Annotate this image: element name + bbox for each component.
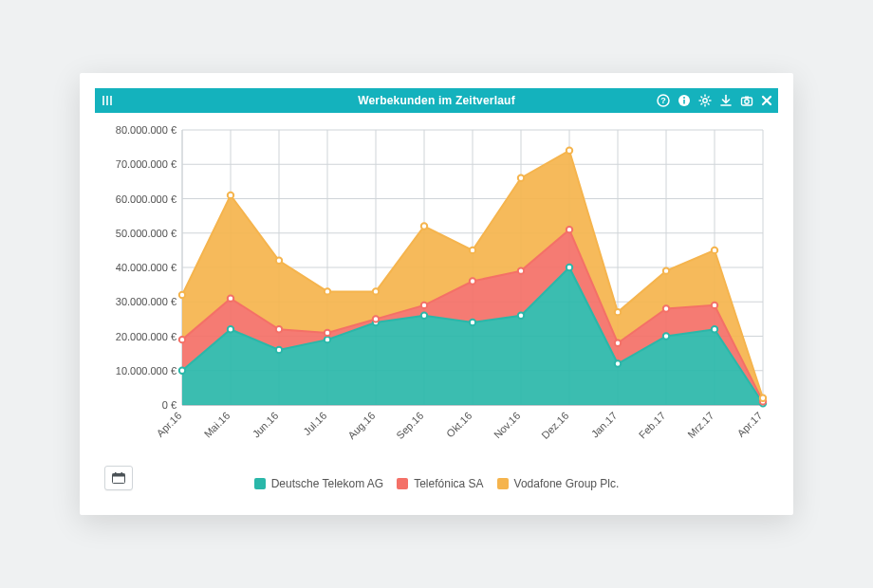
x-tick-label: Jul.16 xyxy=(301,410,328,437)
y-tick-label: 20.000.000 € xyxy=(116,331,176,342)
legend-swatch xyxy=(497,478,509,489)
download-icon[interactable] xyxy=(719,94,733,107)
svg-text:?: ? xyxy=(660,96,666,105)
legend-item[interactable]: Vodafone Group Plc. xyxy=(497,477,620,490)
svg-point-74 xyxy=(179,292,185,298)
chart-panel: Werbekunden im Zeitverlauf ? xyxy=(95,88,778,500)
svg-point-50 xyxy=(276,347,282,353)
settings-icon[interactable] xyxy=(698,94,712,107)
svg-point-57 xyxy=(615,360,621,366)
svg-point-55 xyxy=(518,313,524,319)
svg-point-63 xyxy=(276,326,282,332)
svg-line-16 xyxy=(708,97,710,99)
svg-point-82 xyxy=(567,148,572,154)
legend-item[interactable]: Deutsche Telekom AG xyxy=(254,477,384,490)
x-tick-label: Jan.17 xyxy=(589,410,620,440)
y-tick-label: 40.000.000 € xyxy=(116,262,176,273)
y-tick-label: 30.000.000 € xyxy=(116,296,176,307)
x-tick-label: Apr.17 xyxy=(734,410,764,439)
svg-point-86 xyxy=(760,395,766,401)
svg-point-77 xyxy=(325,288,330,294)
x-tick-label: Apr.16 xyxy=(154,410,183,439)
svg-point-58 xyxy=(663,333,669,339)
chart-legend: Deutsche Telekom AGTelefónica SAVodafone… xyxy=(95,473,778,500)
svg-point-68 xyxy=(518,267,524,273)
svg-point-59 xyxy=(712,326,717,332)
svg-line-14 xyxy=(708,103,710,105)
svg-point-20 xyxy=(745,100,749,103)
info-icon[interactable] xyxy=(678,94,691,107)
x-tick-label: Nov.16 xyxy=(492,410,523,441)
svg-point-69 xyxy=(567,227,572,232)
legend-label: Telefónica SA xyxy=(414,477,483,490)
svg-rect-90 xyxy=(121,472,123,475)
x-tick-label: Mrz.17 xyxy=(685,410,715,440)
svg-point-61 xyxy=(179,337,185,342)
menu-icon[interactable] xyxy=(101,94,114,107)
svg-point-83 xyxy=(615,309,621,315)
chart-body: 0 €10.000.000 €20.000.000 €30.000.000 €4… xyxy=(95,113,778,473)
x-tick-label: Mai.16 xyxy=(202,410,232,440)
y-tick-label: 60.000.000 € xyxy=(116,193,176,205)
y-tick-label: 10.000.000 € xyxy=(116,365,176,377)
area-chart: 0 €10.000.000 €20.000.000 €30.000.000 €4… xyxy=(101,120,772,462)
legend-swatch xyxy=(397,478,408,489)
panel-frame: Werbekunden im Zeitverlauf ? xyxy=(80,73,793,515)
legend-item[interactable]: Telefónica SA xyxy=(397,477,483,490)
svg-point-49 xyxy=(228,326,233,332)
calendar-icon xyxy=(112,472,125,484)
svg-point-78 xyxy=(373,288,379,294)
titlebar-left xyxy=(101,88,114,113)
svg-point-7 xyxy=(683,97,685,99)
svg-line-13 xyxy=(701,97,703,99)
help-icon[interactable]: ? xyxy=(657,94,670,107)
y-tick-label: 50.000.000 € xyxy=(116,228,176,239)
legend-label: Vodafone Group Plc. xyxy=(514,477,620,490)
svg-point-80 xyxy=(470,248,475,253)
close-icon[interactable] xyxy=(761,95,772,106)
calendar-button[interactable] xyxy=(104,466,133,490)
svg-point-66 xyxy=(421,303,427,308)
svg-point-81 xyxy=(518,175,524,181)
legend-label: Deutsche Telekom AG xyxy=(271,477,384,490)
x-tick-label: Okt.16 xyxy=(444,410,474,439)
svg-point-53 xyxy=(421,313,427,319)
svg-point-75 xyxy=(228,193,233,198)
svg-point-51 xyxy=(325,337,330,342)
snapshot-icon[interactable] xyxy=(740,94,753,107)
svg-point-62 xyxy=(228,295,233,301)
page-root: Werbekunden im Zeitverlauf ? xyxy=(0,0,873,588)
svg-point-54 xyxy=(470,320,475,325)
panel-titlebar: Werbekunden im Zeitverlauf ? xyxy=(95,88,778,113)
svg-point-67 xyxy=(470,278,475,284)
y-tick-label: 0 € xyxy=(162,399,176,411)
svg-rect-21 xyxy=(745,97,749,99)
x-tick-label: Feb.17 xyxy=(637,410,668,441)
svg-point-79 xyxy=(421,223,427,229)
svg-rect-89 xyxy=(115,472,117,475)
svg-point-64 xyxy=(325,330,330,336)
y-tick-label: 80.000.000 € xyxy=(116,124,176,136)
x-tick-label: Jun.16 xyxy=(251,410,281,440)
svg-point-76 xyxy=(276,258,282,264)
svg-point-65 xyxy=(373,316,379,322)
titlebar-actions: ? xyxy=(657,88,772,113)
svg-point-48 xyxy=(179,368,185,374)
legend-swatch xyxy=(254,478,266,489)
svg-point-71 xyxy=(663,305,669,311)
x-tick-label: Aug.16 xyxy=(345,410,377,441)
x-tick-label: Dez.16 xyxy=(539,410,570,441)
svg-point-72 xyxy=(712,303,717,308)
svg-point-84 xyxy=(663,267,669,273)
x-tick-label: Sep.16 xyxy=(394,410,425,441)
svg-point-56 xyxy=(567,265,572,270)
svg-rect-6 xyxy=(683,100,685,104)
y-tick-label: 70.000.000 € xyxy=(116,158,176,170)
svg-rect-88 xyxy=(113,474,125,477)
svg-point-70 xyxy=(615,340,621,346)
svg-line-15 xyxy=(701,103,703,105)
svg-point-8 xyxy=(703,99,707,102)
svg-point-85 xyxy=(712,248,717,253)
